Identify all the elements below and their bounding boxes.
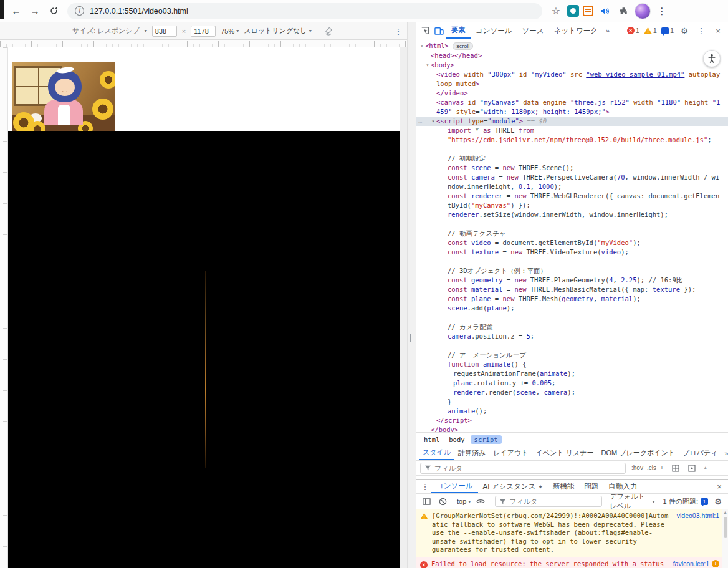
tree-line[interactable]: // 初期設定 <box>416 154 728 163</box>
tree-line[interactable]: animate(); <box>416 407 728 416</box>
address-bar[interactable]: i 127.0.0.1:5501/video03.html <box>67 3 542 19</box>
extension-icon-orange[interactable] <box>583 6 593 16</box>
styles-chip-2[interactable]: + <box>658 465 666 471</box>
sidebar-tab-0[interactable]: スタイル <box>419 446 454 460</box>
reload-icon[interactable] <box>46 4 61 19</box>
clear-console-icon[interactable] <box>436 495 449 508</box>
console-message-warning[interactable]: [GroupMarkerNotSet(crbug.com/242999)!:A0… <box>416 509 722 557</box>
console-scrollbar[interactable]: ▲ <box>722 509 728 568</box>
console-context-select[interactable]: top▾ <box>457 498 471 505</box>
sidebar-tab-4[interactable]: DOM ブレークポイント <box>597 446 679 460</box>
tree-line[interactable]: renderer.setSize(window.innerWidth, wind… <box>416 210 728 219</box>
tree-line[interactable]: camera.position.z = 5; <box>416 332 728 341</box>
throttling-select[interactable]: スロットリングなし▾ <box>244 26 311 36</box>
message-count-badge[interactable]: 1 <box>661 27 674 34</box>
console-sidebar-icon[interactable] <box>420 495 433 508</box>
back-button[interactable]: ← <box>9 4 24 19</box>
drawer-menu-kebab-icon[interactable]: ⋮ <box>419 481 431 493</box>
forward-button[interactable]: → <box>27 4 42 19</box>
error-count-badge[interactable]: ×1 <box>627 27 639 34</box>
tree-line[interactable]: const geometry = new THREE.PlaneGeometry… <box>416 276 728 285</box>
tree-line[interactable]: const texture = new THREE.VideoTexture(v… <box>416 248 728 257</box>
devtools-tab-1[interactable]: コンソール <box>471 22 517 39</box>
tree-line[interactable]: import * as THREE from <box>416 126 728 135</box>
grid-toggle-icon[interactable] <box>669 462 682 474</box>
breadcrumb-item-script[interactable]: script <box>471 435 502 444</box>
console-source-link[interactable]: favicon.ico:1 <box>673 560 709 568</box>
device-width-input[interactable] <box>152 26 177 37</box>
tree-line[interactable]: const video = document.getElementById("m… <box>416 238 728 248</box>
console-filter-input-box[interactable] <box>495 496 602 507</box>
devtools-tab-2[interactable]: ソース <box>517 22 549 39</box>
tree-line[interactable]: </video> <box>416 89 728 98</box>
profile-avatar[interactable] <box>635 3 651 19</box>
sidebar-tab-1[interactable]: 計算済み <box>454 446 489 460</box>
zoom-select[interactable]: 75%▾ <box>221 27 239 35</box>
device-height-input[interactable] <box>191 26 216 37</box>
bookmark-star-icon[interactable]: ☆ <box>548 4 563 19</box>
log-level-select[interactable]: デフォルト レベル▾ <box>610 492 654 511</box>
tree-line[interactable]: const material = new THREE.MeshBasicMate… <box>416 285 728 294</box>
extension-icon-speaker[interactable] <box>597 4 612 19</box>
twisty-icon[interactable]: ▾ <box>424 60 431 70</box>
tree-line[interactable]: renderer.render(scene, camera); <box>416 388 728 397</box>
tree-line[interactable]: } <box>416 397 728 407</box>
tree-line[interactable]: "https://cdn.jsdelivr.net/npm/three@0.15… <box>416 135 728 145</box>
console-source-link[interactable]: video03.html:1 <box>677 512 719 521</box>
tree-line[interactable]: ▾<html> scroll <box>416 41 728 51</box>
console-tab-1[interactable]: AI アシスタンス ✦ <box>478 480 548 493</box>
tab-overflow-chevron[interactable]: » <box>603 27 613 34</box>
sidebar-overflow-chevron[interactable]: » <box>721 450 728 457</box>
tree-line[interactable]: requestAnimationFrame(animate); <box>416 369 728 378</box>
device-toolbar-menu-icon[interactable]: ⋮ <box>392 25 405 37</box>
tree-line[interactable]: ▾<body> <box>416 60 728 70</box>
tree-line[interactable] <box>416 313 728 322</box>
tree-line[interactable] <box>416 219 728 229</box>
console-tab-0[interactable]: コンソール <box>431 480 478 493</box>
devtools-menu-icon[interactable]: ⋮ <box>695 24 707 37</box>
device-toolbar-toggle-icon[interactable] <box>433 24 445 37</box>
console-tab-3[interactable]: 問題 <box>579 480 603 493</box>
rotate-device-icon[interactable] <box>322 25 335 37</box>
tree-line[interactable]: </body> <box>416 425 728 432</box>
tree-line[interactable]: scene.add(plane); <box>416 304 728 313</box>
device-size-dropdown-icon[interactable]: ▾ <box>145 28 147 34</box>
styles-chip-1[interactable]: .cls <box>645 465 658 471</box>
console-tab-2[interactable]: 新機能 <box>548 480 580 493</box>
site-info-icon[interactable]: i <box>75 6 84 16</box>
drawer-close-icon[interactable]: × <box>713 482 726 491</box>
tree-line[interactable]: const camera = new THREE.PerspectiveCame… <box>416 173 728 191</box>
tree-line[interactable]: // 3Dオブジェクト（例：平面） <box>416 266 728 276</box>
tree-line[interactable] <box>416 145 728 154</box>
sidebar-tab-5[interactable]: プロパティ <box>679 446 721 460</box>
tree-line[interactable]: const plane = new THREE.Mesh(geometry, m… <box>416 294 728 304</box>
tree-line[interactable]: // 動画テクスチャ <box>416 229 728 238</box>
tree-line[interactable]: // カメラ配置 <box>416 322 728 332</box>
warning-count-badge[interactable]: 1 <box>644 27 657 34</box>
inspect-element-icon[interactable] <box>419 24 431 37</box>
breadcrumb-item-html[interactable]: html <box>420 435 443 444</box>
browser-menu-icon[interactable]: ⋮ <box>654 4 669 19</box>
twisty-icon[interactable]: ▾ <box>430 117 436 126</box>
devtools-resizer[interactable] <box>407 22 416 568</box>
tree-line[interactable]: </script> <box>416 416 728 425</box>
tree-line[interactable]: <video width="300px" id="myVideo" src="w… <box>416 70 728 89</box>
resizer-grip-icon[interactable] <box>410 334 413 342</box>
accessibility-person-icon[interactable] <box>703 50 721 67</box>
styles-scrollbar-arrow-icon[interactable]: ▲ <box>703 465 708 471</box>
tree-line[interactable]: function animate() { <box>416 360 728 369</box>
devtools-tab-0[interactable]: 要素 <box>446 22 471 39</box>
console-tab-4[interactable]: 自動入力 <box>603 480 642 493</box>
issue-hint-icon[interactable]: ! <box>712 560 719 567</box>
sidebar-tab-3[interactable]: イベント リスナー <box>532 446 598 460</box>
tree-line[interactable]: <head></head> <box>416 51 728 60</box>
styles-filter-input[interactable] <box>434 465 621 472</box>
devtools-tab-3[interactable]: ネットワーク <box>549 22 603 39</box>
video-element[interactable] <box>12 62 115 131</box>
computed-panel-icon[interactable] <box>686 462 698 474</box>
console-scrollbar-thumb[interactable] <box>724 517 727 538</box>
devtools-close-icon[interactable]: × <box>712 24 724 37</box>
live-expression-eye-icon[interactable] <box>474 495 487 508</box>
console-filter-input[interactable] <box>509 498 598 505</box>
device-size-label[interactable]: サイズ: レスポンシブ <box>72 26 139 36</box>
